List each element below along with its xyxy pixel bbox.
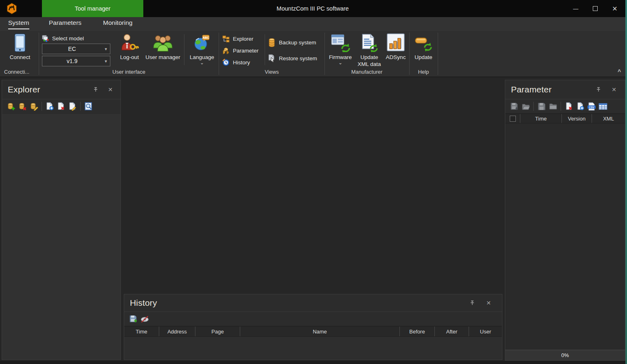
- logout-button[interactable]: Log-out: [116, 32, 142, 60]
- explorer-content[interactable]: [2, 114, 121, 360]
- language-icon: ABC: [194, 32, 210, 53]
- delete-row-button[interactable]: [563, 101, 574, 112]
- add-group-button[interactable]: [5, 101, 17, 112]
- maximize-icon: [593, 6, 598, 11]
- language-button[interactable]: ABC Language ⌄: [186, 32, 218, 64]
- parameter-content[interactable]: [505, 123, 625, 347]
- minimize-button[interactable]: —: [566, 0, 585, 17]
- progress-value: 0%: [561, 352, 569, 358]
- explorer-panel-header: Explorer ✕: [2, 80, 121, 99]
- desktop-edge: [625, 0, 627, 364]
- close-panel-button[interactable]: ✕: [106, 85, 115, 94]
- column-header-xml[interactable]: XML: [592, 114, 625, 123]
- update-icon: [414, 32, 433, 53]
- tab-system[interactable]: System: [8, 17, 29, 31]
- model-select[interactable]: EC ▾: [42, 44, 110, 54]
- pin-icon[interactable]: [468, 298, 477, 307]
- delete-page-button[interactable]: [55, 101, 67, 112]
- ribbon: Connect Connecti... Select model EC ▾ v1…: [0, 31, 625, 77]
- mountz-logo-icon: [6, 2, 18, 15]
- column-header-before[interactable]: Before: [399, 327, 434, 336]
- history-panel-title: History: [124, 298, 157, 308]
- hide-history-button[interactable]: [139, 313, 150, 325]
- history-content[interactable]: [124, 337, 502, 359]
- column-header-address[interactable]: Address: [159, 327, 195, 336]
- save-button[interactable]: [536, 101, 547, 112]
- restore-system-button[interactable]: Restore system: [268, 52, 317, 65]
- firmware-button[interactable]: Firmware ⌄: [325, 32, 355, 64]
- table-view-button[interactable]: [597, 101, 609, 112]
- select-model-icon: [42, 35, 49, 42]
- title-bar: Tool manager MountzCom III PC software —…: [0, 0, 625, 17]
- pin-icon[interactable]: [91, 85, 100, 94]
- adsync-button[interactable]: ADSync: [383, 32, 408, 60]
- connect-button[interactable]: Connect: [2, 32, 37, 60]
- close-panel-button[interactable]: ✕: [484, 298, 493, 307]
- backup-system-button[interactable]: Backup system: [268, 36, 316, 49]
- select-model-button[interactable]: Select model: [42, 33, 84, 44]
- column-header-after[interactable]: After: [434, 327, 469, 336]
- ribbon-collapse-button[interactable]: ^: [615, 68, 624, 76]
- select-all-cell[interactable]: [505, 114, 520, 123]
- export-csv-button[interactable]: CSV: [586, 101, 597, 112]
- save-as-button[interactable]: [509, 101, 520, 112]
- update-xml-button[interactable]: Update XML data: [355, 32, 384, 67]
- tool-manager-label: Tool manager: [75, 5, 111, 12]
- close-panel-button[interactable]: ✕: [609, 85, 618, 94]
- maximize-button[interactable]: [585, 0, 605, 17]
- history-panel-header: History ✕: [124, 294, 502, 311]
- user-manager-button[interactable]: User manager: [142, 32, 183, 60]
- parameter-boxes-icon: [222, 47, 230, 54]
- update-button[interactable]: Update: [410, 32, 437, 60]
- tool-manager-tab[interactable]: Tool manager: [42, 0, 143, 17]
- load-folder-button[interactable]: [547, 101, 559, 112]
- view-parameter-button[interactable]: Parameter: [222, 45, 259, 56]
- view-explorer-button[interactable]: Explorer: [222, 33, 253, 44]
- column-header-time[interactable]: Time: [124, 327, 159, 336]
- open-file-button[interactable]: [520, 101, 531, 112]
- history-clock-icon: [222, 59, 230, 66]
- delete-group-button[interactable]: [17, 101, 28, 112]
- adsync-icon: [386, 32, 406, 53]
- explorer-panel: Explorer ✕: [2, 80, 121, 360]
- column-header-version[interactable]: Version: [561, 114, 592, 123]
- parameter-panel: Parameter ✕: [505, 80, 625, 361]
- update-xml-icon: [361, 32, 378, 53]
- parameter-progress-bar: 0%: [505, 350, 625, 360]
- select-all-checkbox[interactable]: [510, 116, 516, 122]
- dropdown-arrow-icon: ▾: [102, 46, 110, 52]
- view-history-button[interactable]: History: [222, 57, 250, 68]
- group-label-manufacturer: Manufacturer: [324, 69, 409, 75]
- ribbon-tab-row: System Parameters Monitoring: [0, 17, 625, 31]
- explorer-tree-icon: [222, 35, 230, 42]
- edit-group-button[interactable]: [28, 101, 39, 112]
- tab-monitoring[interactable]: Monitoring: [103, 17, 132, 31]
- parameter-table-header: Time Version XML: [505, 114, 625, 123]
- history-panel: History ✕ Time Address Page Name Bef: [124, 294, 502, 360]
- group-label-views: Views: [219, 69, 324, 75]
- database-icon: [268, 38, 276, 47]
- tab-parameters[interactable]: Parameters: [49, 17, 81, 31]
- user-manager-icon: [153, 32, 173, 53]
- explorer-panel-title: Explorer: [2, 85, 40, 94]
- explorer-toolbar: [2, 99, 121, 114]
- parameter-panel-header: Parameter ✕: [505, 80, 625, 99]
- save-history-button[interactable]: [127, 313, 139, 325]
- column-header-time[interactable]: Time: [520, 114, 561, 123]
- column-header-name[interactable]: Name: [240, 327, 399, 336]
- pin-icon[interactable]: [594, 85, 603, 94]
- history-table-header: Time Address Page Name Before After User: [124, 326, 502, 337]
- add-row-button[interactable]: [574, 101, 586, 112]
- close-window-button[interactable]: ✕: [605, 0, 625, 17]
- edit-page-button[interactable]: [67, 101, 78, 112]
- version-select[interactable]: v1.9 ▾: [42, 56, 110, 66]
- column-header-user[interactable]: User: [469, 327, 502, 336]
- parameter-toolbar: CSV: [505, 99, 625, 114]
- restore-icon: [268, 54, 276, 63]
- preview-button[interactable]: [83, 101, 94, 112]
- group-label-help: Help: [409, 69, 438, 75]
- chevron-down-icon: ⌄: [338, 61, 342, 64]
- dropdown-arrow-icon: ▾: [102, 59, 110, 64]
- add-page-button[interactable]: [44, 101, 55, 112]
- column-header-page[interactable]: Page: [195, 327, 240, 336]
